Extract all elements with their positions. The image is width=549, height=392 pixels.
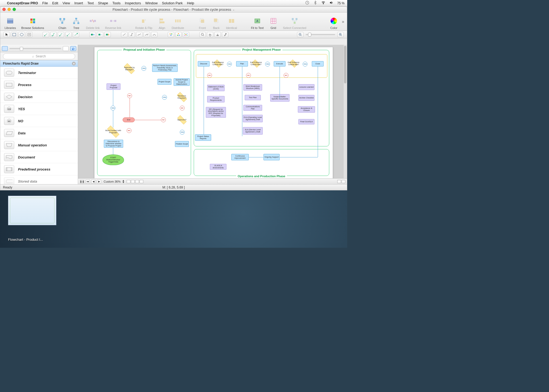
node-execute[interactable]: Execute — [274, 61, 286, 66]
zoom-dropdown[interactable]: Custom 36% ▲▼ — [104, 180, 125, 183]
node-forward[interactable]: Move Forward with Proposal? — [104, 128, 123, 136]
layout-tool-2[interactable] — [175, 32, 182, 37]
toolbar-fit-to-text[interactable]: A Fit to Text — [249, 17, 265, 29]
node-revisions[interactable]: Revisions Required? — [174, 93, 189, 101]
hand-tool[interactable] — [207, 32, 213, 37]
zoom-out-button[interactable] — [297, 32, 303, 37]
history-icon[interactable] — [305, 1, 309, 6]
volume-icon[interactable] — [329, 1, 334, 6]
shape-terminator[interactable]: Terminator — [0, 67, 78, 79]
line-tool-4[interactable] — [144, 32, 150, 37]
node-close[interactable]: Close — [312, 61, 324, 66]
node-psr[interactable]: Project Status Reports — [195, 134, 211, 141]
node-yes-7[interactable]: YES — [303, 62, 308, 66]
node-sow[interactable]: Statement of Work (SOW) — [207, 85, 225, 91]
node-support[interactable]: Ongoing Support — [263, 154, 280, 160]
shape-data[interactable]: Data — [0, 127, 78, 139]
window-close-button[interactable] — [2, 8, 6, 11]
page-first-icon[interactable]: ⏮ — [86, 180, 90, 183]
connector-tool-3[interactable] — [58, 32, 64, 37]
node-no-2[interactable]: NO — [127, 93, 132, 98]
node-submit[interactable]: Submit Project Scope to Stakeholders — [174, 78, 190, 86]
node-yes-1[interactable]: YES — [111, 106, 115, 110]
layout-tool-1[interactable] — [168, 32, 174, 37]
node-yes-3[interactable]: YES — [162, 95, 167, 100]
node-yes-6[interactable]: YES — [265, 62, 270, 66]
shape-process[interactable]: Process — [0, 79, 78, 91]
shape-document[interactable]: Document — [0, 151, 78, 163]
node-ci[interactable]: Continuous Improvement — [231, 154, 249, 160]
node-needs[interactable]: Perform Needs Assessment, Feasibility St… — [152, 64, 178, 72]
node-discussions[interactable]: Discussions to Determine whether to Prop… — [104, 140, 123, 148]
node-approved[interactable]: Approved by Manager? — [121, 65, 137, 73]
menu-file[interactable]: File — [42, 1, 48, 5]
eyedropper-tool[interactable] — [222, 32, 228, 37]
node-approved2[interactable]: Approved? — [175, 116, 189, 123]
panel-view-tree[interactable] — [2, 46, 8, 51]
menu-solution-park[interactable]: Solution Park — [162, 1, 182, 5]
library-section-close-icon[interactable]: ✕ — [72, 62, 76, 65]
dock-window-thumbnail[interactable]: Flowchart - Product l... — [8, 196, 56, 242]
node-scope[interactable]: Project Scope — [158, 79, 171, 85]
drawing-canvas[interactable]: Proposal and Initiation Phase Project Ma… — [94, 47, 333, 181]
line-tool-1[interactable] — [121, 32, 127, 37]
page-pause-icon[interactable]: ❚❚ — [80, 180, 84, 183]
node-crit-1[interactable]: Exit/ Entrance Criteria Met? — [212, 60, 224, 68]
toolbar-grid[interactable]: Grid — [268, 17, 279, 29]
rectangle-tool[interactable] — [11, 32, 17, 37]
shape-no[interactable]: NONO — [0, 115, 78, 127]
toolbar-tree[interactable]: Tree — [70, 17, 82, 29]
menu-view[interactable]: View — [63, 1, 70, 5]
node-end[interactable]: End — [123, 117, 135, 122]
node-yes-2[interactable]: YES — [141, 66, 146, 71]
node-plan[interactable]: Plan — [236, 61, 248, 66]
menu-shape[interactable]: Shape — [98, 1, 108, 5]
node-no-6[interactable]: NO — [246, 73, 251, 78]
pointer-tool[interactable] — [3, 32, 10, 37]
library-section-header[interactable]: Flowcharts Rapid Draw ✕ — [0, 60, 78, 67]
node-wbs[interactable]: Work Breakdown Structure (WBS) — [243, 84, 262, 91]
rapid-draw-3[interactable] — [104, 32, 111, 37]
menu-tools[interactable]: Tools — [112, 1, 120, 5]
shape-decision[interactable]: Decision — [0, 91, 78, 103]
toolbar-chain[interactable]: Chain — [56, 17, 68, 29]
connector-tool-2[interactable] — [50, 32, 57, 37]
canvas-area[interactable]: Proposal and Initiation Phase Project Ma… — [78, 45, 347, 184]
shape-stored-data[interactable]: Stored data — [0, 175, 78, 184]
node-no-5[interactable]: NO — [207, 73, 212, 78]
app-name[interactable]: ConceptDraw PRO — [7, 1, 38, 5]
node-amend[interactable]: OLA/SLA Amendments — [210, 164, 226, 170]
canvas-vertical-scrollbar[interactable] — [343, 45, 347, 178]
node-discover[interactable]: Discover — [198, 61, 210, 66]
node-crit-2[interactable]: Exit/ Entrance Criteria Met? — [250, 60, 262, 68]
node-smd[interactable]: Subject-Matter-Specific Documents — [270, 94, 290, 102]
node-start[interactable]: START Motive/Stimulus/ Trigger/Idea — [103, 154, 124, 165]
stamp-tool[interactable] — [214, 32, 221, 37]
toolbar-color[interactable]: Color — [328, 17, 340, 29]
node-yes-5[interactable]: YES — [227, 62, 232, 66]
menu-help[interactable]: Help — [187, 1, 194, 5]
panel-size-slider[interactable] — [9, 48, 61, 49]
title-dropdown-icon[interactable]: ⌄ — [232, 8, 235, 11]
zoom-tool[interactable] — [199, 32, 206, 37]
zoom-slider[interactable] — [306, 34, 335, 35]
node-ola[interactable]: OLA (Operating Level Agreement) Draft — [243, 115, 263, 122]
shape-yes[interactable]: YESYES — [0, 103, 78, 115]
line-tool-2[interactable] — [129, 32, 135, 37]
toolbar-libraries[interactable]: Libraries — [3, 17, 17, 29]
node-crit-3[interactable]: Exit/ Entrance Criteria Met? — [288, 60, 299, 68]
rapid-draw-1[interactable] — [89, 32, 96, 37]
node-no-7[interactable]: NO — [284, 73, 288, 78]
page-next-icon[interactable]: ▶ — [97, 180, 101, 183]
menu-insert[interactable]: Insert — [74, 1, 83, 5]
page-thumbnails[interactable] — [127, 180, 143, 183]
node-no-4[interactable]: NO — [161, 117, 166, 122]
node-lessons[interactable]: Lessons Learned — [298, 84, 314, 90]
toolbar-overflow-icon[interactable]: » — [342, 19, 344, 29]
node-proposal[interactable]: Project Proposal — [107, 83, 120, 90]
node-sla[interactable]: SLA (Service Level Agreement ) Draft — [243, 127, 263, 135]
node-no-1[interactable]: NO — [127, 128, 131, 133]
node-finalize[interactable]: Finalize Scope — [175, 141, 189, 147]
node-no-3[interactable]: NO — [180, 106, 185, 110]
rapid-draw-2[interactable] — [97, 32, 103, 37]
